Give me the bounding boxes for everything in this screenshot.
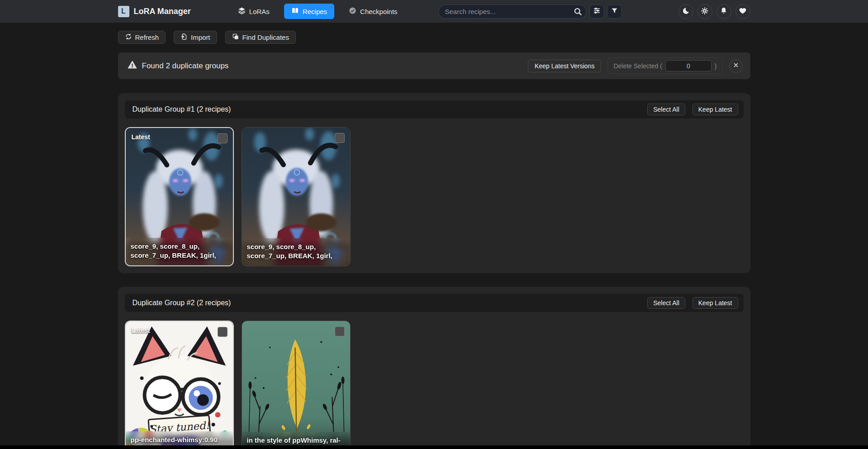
keep-latest-button[interactable]: Keep Latest [693,297,738,309]
duplicates-banner: Found 2 duplicate groups Keep Latest Ver… [118,52,750,79]
gear-icon [701,7,709,16]
recipe-card[interactable]: Latest score_9, score_8_up, score_7_up, … [125,127,234,266]
tab-label: Checkpoints [360,8,398,15]
recipe-caption: pp-enchanted-whimsy:0.90 ral-frctlgmtry_… [126,431,233,449]
logo-letter: L [121,7,126,15]
group-cards: Stay tuned! Latest pp-enchanted-whimsy:0… [125,321,744,449]
recipes-toolbar: Refresh Import Find Duplicates [118,31,750,44]
book-icon [291,7,299,16]
recipe-caption: in the style of ppWhimsy, ral-frctlgmtry… [242,432,350,449]
recipe-card[interactable]: in the style of ppWhimsy, ral-frctlgmtry… [242,321,351,449]
tab-recipes[interactable]: Recipes [284,4,334,19]
tab-checkpoints[interactable]: Checkpoints [345,4,401,19]
group-header: Duplicate Group #1 (2 recipes) Select Al… [125,100,744,118]
import-icon [180,33,188,42]
find-duplicates-button[interactable]: Find Duplicates [225,31,296,44]
find-duplicates-label: Find Duplicates [242,33,289,41]
search-icon[interactable] [574,7,582,18]
main-nav-tabs: LoRAs Recipes Checkpoints [234,4,401,19]
notifications-button[interactable] [716,4,731,19]
recipe-caption: score_9, score_8_up, score_7_up, BREAK, … [242,238,350,266]
select-all-button[interactable]: Select All [647,104,685,115]
heart-icon [739,7,747,16]
tab-loras[interactable]: LoRAs [234,4,273,19]
latest-badge: Latest [132,327,150,334]
tab-label: Recipes [303,8,327,15]
recipe-select-checkbox[interactable] [335,326,345,336]
refresh-button[interactable]: Refresh [118,31,166,44]
delete-selected-button[interactable]: Delete Selected ( ) [607,57,722,74]
refresh-icon [125,33,132,42]
support-button[interactable] [735,4,750,19]
filter-button[interactable] [607,5,622,19]
settings-button[interactable] [697,4,712,19]
close-banner-button[interactable] [729,59,743,73]
keep-latest-versions-button[interactable]: Keep Latest Versions [528,60,601,72]
close-icon [733,62,739,70]
duplicate-group: Duplicate Group #1 (2 recipes) Select Al… [118,93,750,273]
group-title: Duplicate Group #2 (2 recipes) [133,299,231,307]
search-area [438,5,622,19]
import-label: Import [191,33,210,41]
navbar-actions [678,4,750,19]
select-all-button[interactable]: Select All [647,297,685,309]
recipe-caption: score_9, score_8_up, score_7_up, BREAK, … [126,238,233,266]
moon-icon [682,7,690,16]
duplicate-groups-list: Duplicate Group #1 (2 recipes) Select Al… [118,93,750,449]
navbar: L LoRA Manager LoRAs Recipes Checkpoints [0,0,868,23]
duplicates-icon [232,33,239,42]
warning-icon [128,60,137,72]
delete-selected-prefix: Delete Selected ( [613,62,662,70]
selected-count-input[interactable] [665,60,711,71]
refresh-label: Refresh [135,33,159,41]
duplicate-group: Duplicate Group #2 (2 recipes) Select Al… [118,287,750,449]
app-logo: L [118,6,129,17]
recipe-card[interactable]: Stay tuned! Latest pp-enchanted-whimsy:0… [125,321,234,449]
delete-selected-suffix: ) [715,62,717,70]
group-header: Duplicate Group #2 (2 recipes) Select Al… [125,294,744,312]
recipes-page: Refresh Import Find Duplicates Found 2 d… [118,31,750,449]
recipe-image: Stay tuned! [126,321,233,449]
app-title: LoRA Manager [134,7,191,16]
theme-toggle-button[interactable] [678,4,693,19]
check-circle-icon [349,7,356,16]
search-input[interactable] [438,5,587,19]
sliders-button[interactable] [589,5,604,19]
import-button[interactable]: Import [174,31,217,44]
tab-label: LoRAs [249,8,270,15]
filter-funnel-icon [611,7,618,15]
recipe-select-checkbox[interactable] [218,133,228,143]
group-title: Duplicate Group #1 (2 recipes) [133,105,231,113]
bell-icon [720,7,728,16]
recipe-select-checkbox[interactable] [218,327,228,337]
banner-message: Found 2 duplicate groups [142,61,229,71]
recipe-select-checkbox[interactable] [335,133,345,143]
latest-badge: Latest [132,133,150,141]
group-cards: Latest score_9, score_8_up, score_7_up, … [125,127,744,266]
keep-latest-button[interactable]: Keep Latest [693,104,738,115]
layers-icon [238,7,246,16]
recipe-image [242,321,350,449]
recipe-card[interactable]: score_9, score_8_up, score_7_up, BREAK, … [242,127,351,266]
sliders-icon [593,7,601,16]
